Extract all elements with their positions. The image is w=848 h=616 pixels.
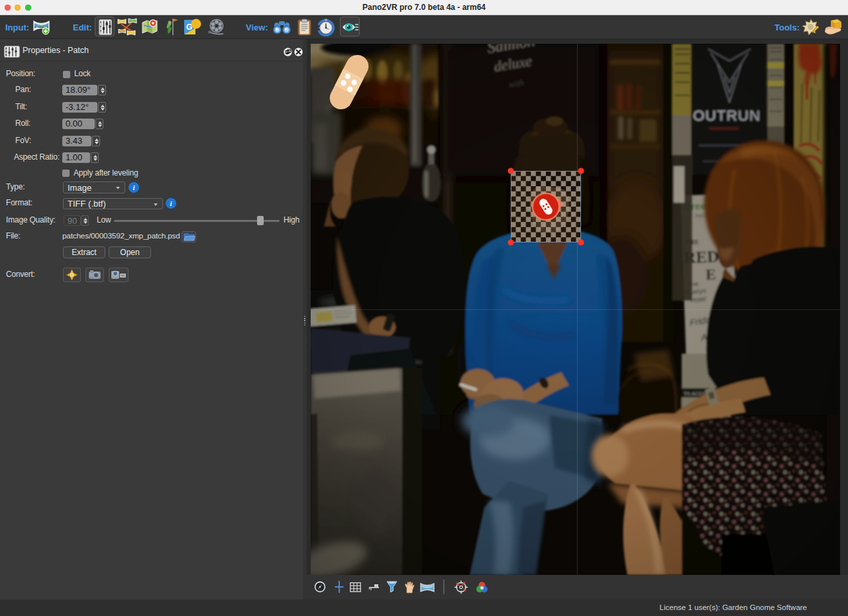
svg-text:G: G [186, 23, 192, 32]
